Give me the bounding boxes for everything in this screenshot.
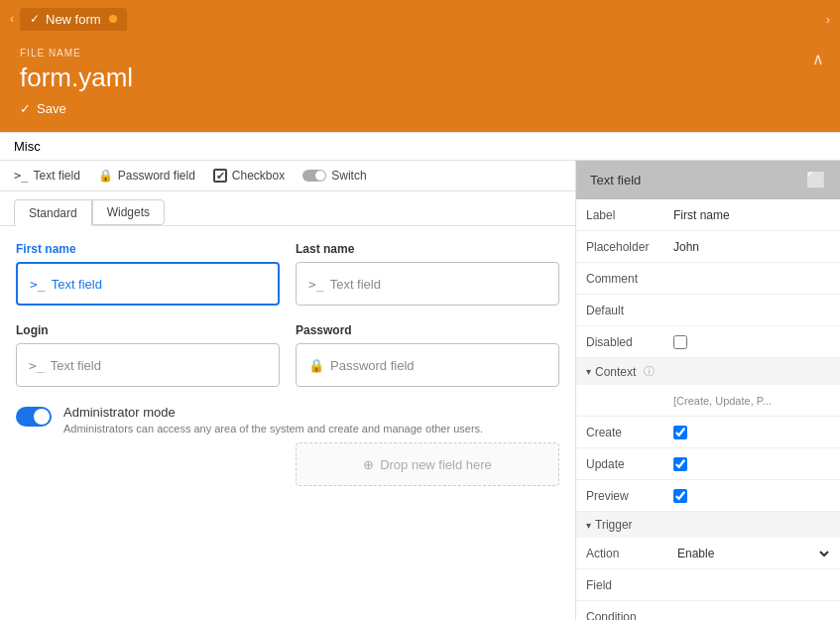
context-label: Context [595, 365, 636, 379]
save-check-icon: ✓ [20, 101, 31, 116]
file-name-label: FILE NAME [20, 48, 820, 59]
file-name-title: form.yaml [20, 62, 820, 93]
switch-label: Switch [331, 169, 366, 183]
field-types-bar: >_ Text field 🔒 Password field ✔ Checkbo… [0, 161, 575, 191]
drop-zone-label: Drop new field here [380, 457, 492, 472]
checkbox-field-type[interactable]: ✔ Checkbox [213, 169, 285, 183]
drop-zone[interactable]: ⊕ Drop new field here [296, 442, 559, 486]
last-name-input[interactable]: >_ Text field [296, 262, 559, 306]
action-prop-value[interactable]: Enable Disable Show Hide [665, 540, 840, 567]
comment-input[interactable] [673, 272, 832, 286]
label-prop-label: Label [576, 202, 665, 228]
file-name-area: FILE NAME form.yaml ✓ Save ∧ [0, 38, 840, 132]
trigger-action-row: Action Enable Disable Show Hide [576, 538, 840, 569]
trigger-label: Trigger [595, 518, 633, 532]
check-icon: ✓ [30, 12, 40, 26]
condition-prop-value[interactable] [665, 604, 840, 621]
context-preview-row: Preview [576, 480, 840, 512]
context-section-header[interactable]: ▾ Context ⓘ [576, 358, 840, 385]
text-field-prefix: >_ [30, 277, 46, 292]
disabled-prop-label: Disabled [576, 329, 665, 355]
prop-placeholder-row: Placeholder [576, 231, 840, 263]
first-name-placeholder: Text field [52, 277, 102, 292]
field-prop-label: Field [576, 572, 665, 598]
field-prop-value[interactable] [665, 572, 840, 598]
trigger-condition-row: Condition [576, 601, 840, 620]
action-prop-label: Action [576, 541, 665, 566]
checkbox-label: Checkbox [232, 169, 285, 183]
standard-tab[interactable]: Standard [14, 199, 92, 226]
new-form-tab[interactable]: ✓ New form [20, 8, 127, 31]
misc-tab[interactable]: Misc [0, 132, 840, 161]
prop-comment-row: Comment [576, 263, 840, 295]
drop-zone-row: ⊕ Drop new field here [16, 442, 559, 486]
last-name-placeholder: Text field [330, 277, 381, 292]
context-value-label [576, 395, 665, 407]
drop-zone-group: ⊕ Drop new field here [296, 442, 559, 486]
admin-toggle[interactable] [16, 407, 52, 427]
login-placeholder: Text field [51, 358, 101, 373]
login-input[interactable]: >_ Text field [16, 343, 280, 387]
default-prop-label: Default [576, 298, 665, 323]
update-prop-value[interactable] [665, 451, 840, 477]
admin-switch-label: Administrator mode [63, 405, 483, 420]
checkbox-icon: ✔ [213, 169, 227, 183]
password-field-label: Password field [118, 169, 195, 183]
toggle-knob [34, 409, 50, 425]
create-checkbox[interactable] [673, 426, 687, 439]
default-input[interactable] [673, 304, 832, 317]
password-group: Password 🔒 Password field [296, 323, 559, 387]
info-icon[interactable]: ⓘ [644, 364, 655, 379]
preview-prop-value[interactable] [665, 483, 840, 509]
switch-icon [302, 170, 326, 182]
placeholder-prop-value[interactable] [665, 234, 840, 260]
preview-checkbox[interactable] [673, 489, 687, 503]
trigger-chevron-icon: ▾ [586, 520, 591, 531]
expand-icon[interactable]: ⬜ [806, 171, 826, 189]
chevron-right-icon[interactable]: › [826, 12, 830, 27]
right-panel-title: Text field [590, 173, 641, 187]
right-panel: Text field ⬜ Label Placeholder Comment D… [575, 161, 840, 620]
switch-field-type[interactable]: Switch [302, 169, 366, 183]
comment-prop-value[interactable] [665, 266, 840, 292]
default-prop-value[interactable] [665, 298, 840, 323]
placeholder-prop-label: Placeholder [576, 234, 665, 260]
comment-prop-label: Comment [576, 266, 665, 292]
password-field-type[interactable]: 🔒 Password field [98, 169, 195, 183]
action-select[interactable]: Enable Disable Show Hide [673, 546, 832, 561]
create-prop-label: Create [576, 420, 665, 445]
condition-input[interactable] [673, 610, 832, 621]
disabled-checkbox[interactable] [673, 335, 687, 349]
label-prop-value[interactable] [665, 202, 840, 228]
sub-tabs: Standard Widgets [0, 191, 575, 226]
context-chevron-icon: ▾ [586, 366, 591, 377]
admin-switch-description: Administrators can access any area of th… [63, 423, 483, 434]
update-checkbox[interactable] [673, 457, 687, 471]
password-input[interactable]: 🔒 Password field [296, 343, 559, 387]
lock-icon: 🔒 [98, 169, 113, 183]
collapse-button[interactable]: ∧ [812, 50, 824, 68]
first-name-input[interactable]: >_ Text field [16, 262, 280, 306]
last-name-group: Last name >_ Text field [296, 242, 559, 306]
trigger-section-header[interactable]: ▾ Trigger [576, 512, 840, 538]
create-prop-value[interactable] [665, 420, 840, 445]
disabled-prop-value[interactable] [665, 329, 840, 355]
widgets-tab[interactable]: Widgets [92, 199, 165, 225]
lock-icon-2: 🔒 [308, 358, 324, 373]
context-update-row: Update [576, 448, 840, 480]
save-label: Save [37, 101, 66, 116]
save-button[interactable]: ✓ Save [20, 101, 66, 116]
text-field-icon: >_ [14, 169, 28, 183]
form-row-2: Login >_ Text field Password 🔒 Password … [16, 323, 559, 387]
chevron-left-icon[interactable]: ‹ [10, 12, 14, 26]
admin-switch-content: Administrator mode Administrators can ac… [63, 405, 483, 434]
label-input[interactable] [673, 208, 832, 222]
text-field-prefix-2: >_ [308, 277, 324, 292]
right-panel-header: Text field ⬜ [576, 161, 840, 199]
text-field-type[interactable]: >_ Text field [14, 169, 80, 183]
context-create-row: Create [576, 417, 840, 448]
field-input[interactable] [673, 578, 832, 592]
context-value: [Create, Update, P... [665, 389, 840, 413]
placeholder-input[interactable] [673, 240, 832, 254]
top-bar: ‹ ✓ New form › [0, 0, 840, 38]
